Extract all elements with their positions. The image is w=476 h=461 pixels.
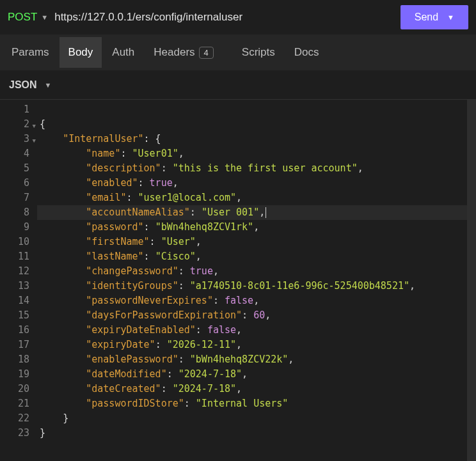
chevron-down-icon: ▼ bbox=[41, 13, 48, 21]
scrollbar[interactable] bbox=[467, 100, 476, 461]
send-button[interactable]: Send ▼ bbox=[401, 5, 468, 29]
tab-headers[interactable]: Headers 4 bbox=[145, 37, 223, 68]
tab-params[interactable]: Params bbox=[3, 37, 58, 68]
tab-label: Docs bbox=[294, 46, 319, 59]
code-editor[interactable]: 12▼3▼4567891011121314151617181920212223 … bbox=[0, 100, 476, 461]
body-type-dropdown[interactable]: JSON ▼ bbox=[9, 79, 51, 91]
url-input[interactable] bbox=[54, 11, 394, 24]
http-method-dropdown[interactable]: POST ▼ bbox=[8, 11, 48, 24]
headers-count-badge: 4 bbox=[199, 47, 214, 59]
body-type-label: JSON bbox=[9, 79, 37, 91]
chevron-down-icon: ▼ bbox=[45, 81, 52, 89]
tab-label: Body bbox=[68, 46, 93, 59]
http-method-label: POST bbox=[8, 11, 37, 24]
tab-auth[interactable]: Auth bbox=[103, 37, 143, 68]
tab-label: Auth bbox=[112, 46, 134, 59]
tab-label: Scripts bbox=[242, 46, 275, 59]
tab-label: Headers bbox=[154, 46, 194, 59]
request-topbar: POST ▼ Send ▼ bbox=[0, 0, 476, 35]
tab-docs[interactable]: Docs bbox=[285, 37, 328, 68]
tab-body[interactable]: Body bbox=[60, 37, 102, 68]
request-tabs: Params Body Auth Headers 4 Scripts Docs bbox=[0, 35, 476, 70]
tab-label: Params bbox=[12, 46, 49, 59]
line-gutter: 12▼3▼4567891011121314151617181920212223 bbox=[0, 100, 37, 461]
code-content[interactable]: { "InternalUser": { "name": "User01", "d… bbox=[37, 100, 467, 461]
tab-scripts[interactable]: Scripts bbox=[233, 37, 284, 68]
body-toolbar: JSON ▼ bbox=[0, 70, 476, 100]
send-button-label: Send bbox=[415, 12, 438, 23]
chevron-down-icon[interactable]: ▼ bbox=[447, 13, 454, 21]
